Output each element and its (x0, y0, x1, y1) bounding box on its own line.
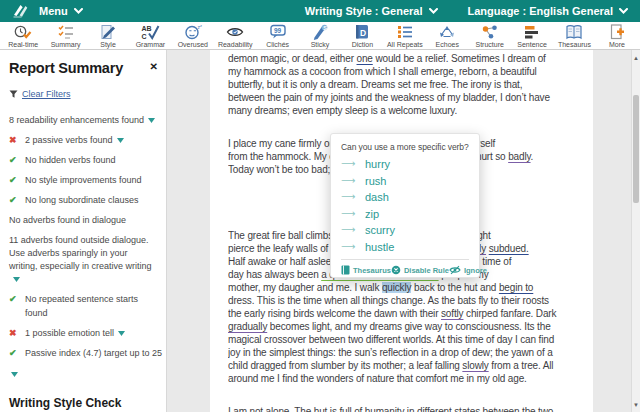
tab-label: Sentence (517, 40, 547, 49)
tab-echoes[interactable]: Echoes (426, 23, 468, 49)
tab-label: Real-time (8, 40, 38, 49)
suggestion-dash[interactable]: ⟶dash (341, 189, 469, 206)
summary-item-list: 8 readability enhancements found✖2 passi… (9, 114, 158, 381)
tab-all-repeats[interactable]: All Repeats (384, 23, 426, 49)
vertical-scrollbar[interactable]: ▲ ▼ (631, 50, 640, 412)
text-segment: dress. This is the time when all things … (228, 295, 549, 306)
clear-filters-button[interactable]: Clear Filters (9, 85, 158, 103)
underlined-text[interactable]: softly (441, 308, 463, 319)
chevron-down-icon (429, 8, 438, 14)
chevron-down-icon (74, 8, 83, 14)
suggestion-zip[interactable]: ⟶zip (341, 206, 469, 223)
arrow-right-icon: ⟶ (341, 242, 365, 252)
check-icon: ✔ (9, 194, 25, 206)
document-line: joy in the simplest things: the sun’s re… (228, 346, 575, 359)
scrollbar-thumb[interactable] (633, 95, 639, 203)
summary-item[interactable]: 8 readability enhancements found (9, 114, 158, 127)
suggestion-list: ⟶hurry⟶rush⟶dash⟶zip⟶scurry⟶hustle (341, 156, 469, 255)
tab-grammar[interactable]: ABCGrammar (129, 23, 171, 49)
text-segment: demon magic, or dead, either (228, 53, 357, 64)
chevron-down-icon[interactable] (148, 114, 155, 127)
diction-icon: D (352, 24, 372, 40)
svg-text:99: 99 (274, 27, 282, 34)
summary-item[interactable]: ✖1 possible emotion tell (9, 327, 158, 340)
menu-label: Menu (39, 5, 68, 17)
thesaurus-icon (564, 24, 584, 40)
tab-structure[interactable]: Structure (468, 23, 510, 49)
tab-clich-s[interactable]: 99Clichés (256, 23, 298, 49)
text-segment: butterfly, but it is only a dream. Dream… (228, 79, 522, 90)
suggestion-rush[interactable]: ⟶rush (341, 173, 469, 190)
chevron-down-icon[interactable] (117, 134, 124, 147)
tab-overused[interactable]: zzOverused (172, 23, 214, 49)
close-button[interactable]: ✕ (150, 62, 158, 72)
chevron-down-icon[interactable] (118, 327, 125, 340)
language-dropdown[interactable]: Language : English General (468, 5, 628, 17)
ignore-button[interactable]: Ignore (449, 265, 487, 275)
tab-summary[interactable]: Summary (44, 23, 86, 49)
popup-actions: ThesaurusDisable RuleIgnore (341, 259, 469, 275)
text-segment: mother, my daugher and me. I walk (228, 282, 382, 293)
text-segment: many dreams; even empty sleep is a welco… (228, 105, 457, 116)
summary-item[interactable]: ✖2 passive verbs found (9, 134, 158, 147)
summary-item-text: No style improvements found (25, 174, 142, 187)
tab-sentence[interactable]: Sentence (511, 23, 553, 49)
summary-item[interactable]: 11 adverbs found outside dialogue. Use a… (9, 234, 158, 286)
header-bar: Menu Writing Style : General Language : … (0, 0, 640, 22)
summary-item[interactable]: ✔No long subordinate clauses (9, 194, 158, 207)
highlighted-word[interactable]: quickly (382, 282, 412, 293)
writing-style-dropdown[interactable]: Writing Style : General (305, 5, 438, 17)
underlined-text[interactable]: slowly (462, 360, 488, 371)
scroll-down-arrow[interactable]: ▼ (632, 400, 640, 410)
suggestion-popup: Can you use a more specific verb? ⟶hurry… (330, 133, 480, 278)
summary-item-text: 11 adverbs found outside dialogue. Use a… (9, 234, 158, 286)
tab-readability[interactable]: Readability (214, 23, 256, 49)
summary-item[interactable]: ✔No hidden verbs found (9, 154, 158, 167)
underlined-text[interactable]: begin to (499, 282, 533, 293)
svg-text:C: C (142, 32, 147, 39)
panel-title: Report Summary (9, 60, 123, 76)
underlined-text[interactable]: badly (508, 151, 530, 162)
summary-item-text: 8 readability enhancements found (9, 114, 155, 127)
style-icon (98, 24, 118, 40)
suggestion-scurry[interactable]: ⟶scurry (341, 222, 469, 239)
tab-more[interactable]: More (596, 23, 638, 49)
tab-sticky[interactable]: SSticky (299, 23, 341, 49)
suggestion-hurry[interactable]: ⟶hurry (341, 156, 469, 173)
document-line: I am not alone. The hut is full of human… (228, 405, 575, 412)
writing-style-label: Writing Style : General (305, 5, 423, 17)
disable-rule-button[interactable]: Disable Rule (391, 265, 449, 275)
tab-label: Clichés (266, 40, 289, 49)
text-segment: becomes light, and my dreams give way to… (267, 321, 550, 332)
paragraph: demon magic, or dead, either one would b… (228, 52, 575, 117)
text-segment: day has always been (228, 269, 321, 280)
x-icon: ✖ (9, 327, 25, 339)
underlined-text[interactable]: subdued. (489, 243, 529, 254)
chevron-down-icon[interactable] (9, 363, 158, 381)
summary-item-text: No long subordinate clauses (25, 194, 139, 207)
action-label: Disable Rule (404, 266, 449, 275)
thesaurus-button[interactable]: Thesaurus (341, 265, 391, 275)
summary-item-text: Passive index (4.7) target up to 25 (25, 347, 162, 360)
suggestion-hustle[interactable]: ⟶hustle (341, 239, 469, 256)
section-title: Writing Style Check (9, 396, 158, 410)
check-icon: ✔ (9, 154, 25, 166)
tab-label: Overused (178, 40, 208, 49)
tab-real-time[interactable]: Real-time (2, 23, 44, 49)
underlined-text[interactable]: gradually (228, 321, 267, 332)
document-line: dress. This is the time when all things … (228, 294, 575, 307)
thesaurus-small-icon (341, 265, 350, 275)
tab-diction[interactable]: DDiction (341, 23, 383, 49)
summary-item[interactable]: No adverbs found in dialogue (9, 214, 158, 227)
chevron-down-icon[interactable] (13, 273, 20, 286)
summary-item[interactable]: ✔No repeated sentence starts found (9, 293, 158, 319)
tab-style[interactable]: Style (87, 23, 129, 49)
underlined-text[interactable]: one (357, 53, 373, 64)
menu-button[interactable]: Menu (39, 5, 83, 17)
suggestion-label: zip (365, 208, 379, 220)
tab-thesaurus[interactable]: Thesaurus (553, 23, 595, 49)
summary-item[interactable]: ✔Passive index (4.7) target up to 25 (9, 347, 158, 360)
scroll-up-arrow[interactable]: ▲ (632, 53, 640, 63)
summary-item[interactable]: ✔No style improvements found (9, 174, 158, 187)
clear-filters-link[interactable]: Clear Filters (22, 89, 71, 99)
